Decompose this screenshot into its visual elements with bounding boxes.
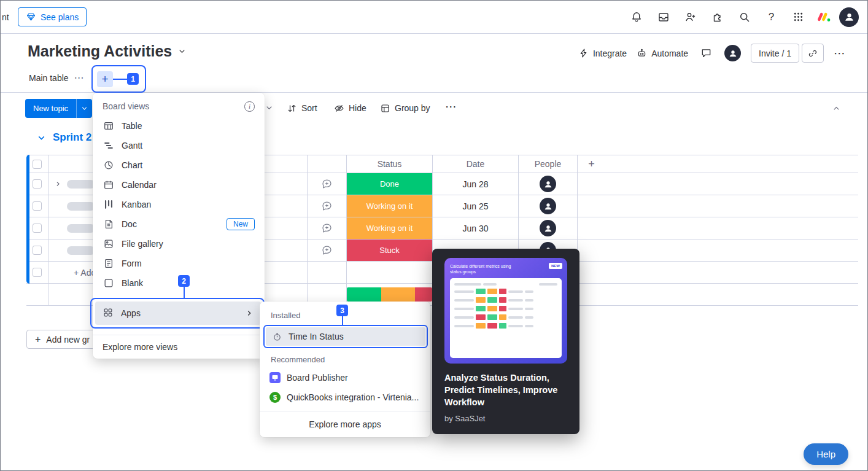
people-cell[interactable] (519, 195, 578, 217)
board-views-item-gantt[interactable]: Gantt (93, 136, 265, 155)
add-column-button[interactable]: + (578, 155, 605, 173)
automate-button[interactable]: Automate (637, 48, 688, 58)
apps-menu-item-board-publisher[interactable]: Board Publisher (260, 368, 430, 387)
board-views-item-doc[interactable]: Doc New (93, 214, 265, 234)
board-views-menu: Board views i Table Gantt Chart Calendar… (93, 93, 265, 359)
group-by-label: Group by (395, 103, 430, 113)
tutorial-connector-line (342, 316, 343, 325)
hidden-item-name-pill (67, 202, 95, 211)
board-views-item-kanban[interactable]: Kanban (93, 195, 265, 214)
new-item-caret-button[interactable] (76, 99, 92, 118)
help-button[interactable]: Help (804, 443, 848, 465)
see-plans-button[interactable]: See plans (18, 7, 87, 26)
tab-main-table[interactable]: Main table ⋯ (29, 64, 84, 92)
preview-cell (487, 297, 497, 303)
chevron-right-icon (245, 309, 254, 317)
add-update-button[interactable] (321, 244, 333, 256)
row-checkbox[interactable] (33, 246, 42, 255)
preview-bar (539, 283, 557, 286)
board-title[interactable]: Marketing Activities (28, 42, 187, 60)
notifications-bell-icon[interactable] (626, 7, 646, 27)
status-cell[interactable]: Done (347, 173, 433, 195)
topbar-actions: ? (626, 7, 859, 27)
status-cell[interactable]: Working on it (347, 217, 433, 239)
preview-cell (499, 289, 506, 294)
inbox-icon[interactable] (653, 7, 673, 27)
date-cell[interactable]: Jun 25 (433, 195, 519, 217)
board-owner-avatar[interactable] (724, 45, 741, 61)
board-views-item-file-gallery[interactable]: File gallery (93, 234, 265, 254)
select-all-checkbox[interactable] (33, 160, 42, 169)
column-header-status[interactable]: Status (347, 155, 433, 173)
blank-view-icon (103, 278, 114, 289)
apps-menu-zone: Apps (93, 298, 265, 329)
apps-menu-item-time-in-status[interactable]: Time In Status (266, 327, 425, 346)
recommended-section-label: Recommended (260, 351, 430, 368)
filter-chevron-button[interactable] (265, 103, 274, 114)
distribution-segment (381, 287, 416, 302)
sort-button[interactable]: Sort (287, 98, 317, 118)
automate-robot-icon (637, 48, 647, 58)
status-label: Done (347, 173, 432, 195)
status-label: Working on it (347, 195, 432, 217)
people-cell[interactable] (519, 217, 578, 239)
apps-menu-item-quickbooks[interactable]: $ QuickBooks integration - Virtenia... (260, 387, 430, 407)
profile-avatar[interactable] (839, 7, 859, 27)
board-views-item-chart[interactable]: Chart (93, 155, 265, 175)
column-header-people[interactable]: People (519, 155, 578, 173)
add-update-button[interactable] (321, 200, 333, 212)
preview-cell (499, 306, 506, 311)
group-by-button[interactable]: Group by (380, 98, 430, 118)
checkbox-cell (26, 217, 48, 239)
row-checkbox[interactable] (33, 224, 42, 233)
app-tooltip-byline: by SaaSJet (444, 414, 567, 423)
info-icon[interactable]: i (244, 101, 255, 112)
app-preview-image: Calculate different metrics using status… (444, 258, 567, 364)
hide-button[interactable]: Hide (334, 98, 366, 118)
invite-members-icon[interactable] (680, 7, 700, 27)
copy-link-button[interactable] (802, 44, 824, 63)
preview-bar (454, 308, 474, 310)
chat-cell (308, 262, 347, 283)
explore-more-apps-button[interactable]: Explore more apps (260, 411, 430, 437)
collapse-button[interactable] (827, 99, 845, 117)
date-cell[interactable]: Jun 28 (433, 173, 519, 195)
row-plus-cell (578, 195, 605, 217)
chat-bubble-icon[interactable] (698, 45, 715, 61)
search-icon[interactable] (734, 7, 754, 27)
people-cell[interactable] (519, 173, 578, 195)
status-cell[interactable]: Working on it (347, 195, 433, 217)
column-header-date[interactable]: Date (433, 155, 519, 173)
date-cell[interactable]: Jun 30 (433, 217, 519, 239)
preview-cell (499, 314, 506, 320)
board-views-item-apps[interactable]: Apps (95, 302, 261, 325)
board-views-item-table[interactable]: Table (93, 116, 265, 136)
row-checkbox[interactable] (33, 268, 42, 277)
integrate-button[interactable]: Integrate (578, 48, 627, 58)
preview-bar (525, 325, 533, 327)
preview-bar (454, 316, 474, 319)
group-header[interactable]: Sprint 2 (36, 131, 91, 144)
add-update-button[interactable] (321, 178, 333, 190)
tab-more-button[interactable]: ⋯ (74, 73, 84, 83)
status-distribution-bar[interactable] (347, 287, 432, 302)
help-question-icon[interactable]: ? (761, 7, 781, 27)
marketplace-puzzle-icon[interactable] (707, 7, 727, 27)
add-update-button[interactable] (321, 222, 333, 234)
new-item-button[interactable]: New topic (25, 99, 76, 118)
preview-bar (508, 299, 523, 302)
row-checkbox[interactable] (33, 179, 42, 189)
apps-grid-icon[interactable] (788, 7, 808, 27)
menu-item-label: Doc (122, 219, 137, 229)
preview-cell (476, 306, 486, 311)
explore-more-views-button[interactable]: Explore more views (93, 335, 265, 359)
status-cell[interactable]: Stuck (347, 239, 433, 261)
board-views-item-form[interactable]: Form (93, 254, 265, 273)
board-views-item-calendar[interactable]: Calendar (93, 175, 265, 195)
board-more-button[interactable]: ⋯ (834, 47, 845, 59)
invite-button[interactable]: Invite / 1 (751, 44, 799, 63)
toolbar-more-button[interactable]: ⋯ (445, 101, 457, 112)
add-view-button[interactable]: + (97, 71, 113, 87)
row-checkbox[interactable] (33, 201, 42, 211)
expand-item-icon[interactable] (55, 181, 62, 187)
